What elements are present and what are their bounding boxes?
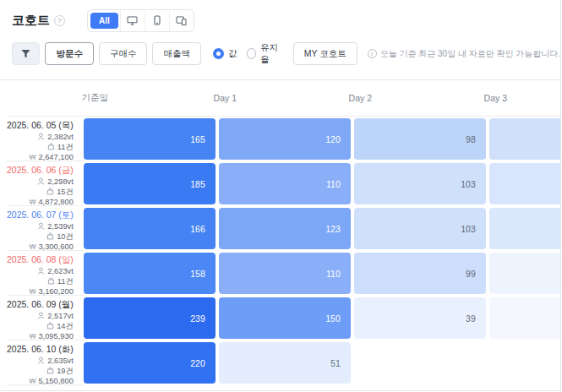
purchase-bag-icon xyxy=(47,277,55,285)
tab-mobile[interactable] xyxy=(145,10,169,31)
column-header-day1: Day 1 xyxy=(118,93,254,103)
metric-button-visits[interactable]: 방문수 xyxy=(45,42,94,65)
cohort-cell[interactable]: 165 xyxy=(84,118,216,160)
value-mode-radios: 값 유지율 xyxy=(213,42,281,66)
row-date: 2025. 06. 06 (금) xyxy=(7,165,74,177)
purchase-bag-icon xyxy=(47,143,55,150)
cohort-cell[interactable]: 150 xyxy=(219,297,351,339)
row-visits-value: 2,382vt xyxy=(47,132,74,142)
cohort-cell-clipped[interactable] xyxy=(489,297,561,339)
table-row: 2025. 06. 07 (토)2,539vt10건₩3,300,6001661… xyxy=(7,206,560,251)
purchase-bag-icon xyxy=(46,367,54,374)
row-visits: 2,623vt xyxy=(7,266,74,276)
page-title: 코호트 xyxy=(12,13,50,29)
pc-monitor-icon xyxy=(127,16,138,25)
row-purchases: 15건 xyxy=(7,187,74,197)
row-visits-value: 2,517vt xyxy=(47,311,74,321)
cohort-cell[interactable]: 110 xyxy=(219,163,351,204)
row-visits: 2,635vt xyxy=(7,356,74,366)
row-purchases: 14건 xyxy=(7,321,74,331)
help-icon[interactable]: ? xyxy=(54,15,65,26)
cohort-cell-clipped[interactable] xyxy=(489,208,561,249)
row-purchases-value: 15건 xyxy=(57,187,74,197)
radio-value-label: 값 xyxy=(228,48,237,60)
my-cohort-button[interactable]: MY 코호트 xyxy=(293,42,357,65)
row-purchases-value: 14건 xyxy=(57,321,74,331)
cohort-cell[interactable]: 39 xyxy=(354,297,486,339)
row-date: 2025. 06. 05 (목) xyxy=(7,120,74,132)
visitor-icon xyxy=(37,133,45,140)
funnel-icon xyxy=(20,49,31,59)
row-cells: 185110103 xyxy=(84,161,561,206)
column-header-day3: Day 3 xyxy=(389,93,524,103)
filter-button[interactable] xyxy=(12,42,40,65)
purchase-bag-icon xyxy=(46,188,54,195)
row-purchases: 11건 xyxy=(7,142,74,152)
cohort-cell[interactable]: 51 xyxy=(219,342,351,384)
cohort-cell[interactable] xyxy=(354,342,486,384)
table-header: 기준일 Day 1 Day 2 Day 3 xyxy=(7,80,560,117)
row-base-info: 2025. 06. 06 (금)2,298vt15건₩4,872,800 xyxy=(7,161,84,206)
cohort-cell[interactable]: 158 xyxy=(84,253,216,294)
row-date: 2025. 06. 07 (토) xyxy=(7,210,74,221)
row-base-info: 2025. 06. 08 (일)2,623vt11건₩3,160,200 xyxy=(7,251,84,296)
row-base-info: 2025. 06. 05 (목)2,382vt11건₩2,647,100 xyxy=(7,117,84,161)
row-cells: 16512098 xyxy=(84,117,561,161)
radio-retention[interactable]: 유지율 xyxy=(247,42,281,66)
row-cells: 15811099 xyxy=(84,251,561,296)
cohort-cell[interactable]: 103 xyxy=(354,208,486,249)
row-revenue: ₩5,150,800 xyxy=(7,376,74,386)
purchase-bag-icon xyxy=(46,232,54,240)
info-icon: i xyxy=(368,49,377,58)
cohort-cell-clipped[interactable] xyxy=(489,163,561,204)
column-header-base-date: 기준일 xyxy=(7,92,118,104)
cohort-cell[interactable]: 120 xyxy=(219,118,351,160)
cohort-cell[interactable]: 99 xyxy=(354,253,486,294)
device-tab-group: All xyxy=(87,9,194,32)
row-cells: 23915039 xyxy=(84,296,561,340)
visitor-icon xyxy=(37,222,45,230)
page-header: 코호트 ? All xyxy=(0,0,560,33)
row-purchases: 19건 xyxy=(7,366,74,376)
row-purchases: 11건 xyxy=(7,276,74,286)
metric-button-revenue[interactable]: 매출액 xyxy=(152,42,201,65)
cohort-cell[interactable]: 220 xyxy=(84,342,216,384)
metric-button-purchases[interactable]: 구매수 xyxy=(99,42,148,65)
row-visits-value: 2,623vt xyxy=(47,266,74,276)
row-date: 2025. 06. 10 (화) xyxy=(7,344,74,356)
cohort-cell[interactable]: 103 xyxy=(354,163,486,204)
row-base-info: 2025. 06. 07 (토)2,539vt10건₩3,300,600 xyxy=(7,206,84,251)
cohort-cell-clipped[interactable] xyxy=(489,118,561,160)
radio-retention-label: 유지율 xyxy=(260,42,281,66)
tab-all-devices[interactable]: All xyxy=(90,13,118,29)
mobile-phone-icon xyxy=(154,15,161,25)
tab-pc-mobile[interactable] xyxy=(169,10,194,31)
row-purchases-value: 19건 xyxy=(57,366,74,376)
cohort-cell[interactable]: 123 xyxy=(219,208,351,249)
row-cells: 22051 xyxy=(84,340,561,385)
cohort-cell[interactable]: 185 xyxy=(84,163,216,204)
notice: i 오늘 기준 최근 30일 내 자료만 확인 가능합니다. xyxy=(368,48,560,60)
won-currency-icon: ₩ xyxy=(29,376,35,386)
radio-value[interactable]: 값 xyxy=(213,48,237,60)
row-visits-value: 2,635vt xyxy=(47,356,74,366)
tab-pc[interactable] xyxy=(120,10,145,31)
row-purchases: 10건 xyxy=(7,231,74,242)
cohort-cell-clipped[interactable] xyxy=(489,253,561,294)
cohort-cell[interactable]: 239 xyxy=(84,297,216,339)
cohort-cell[interactable]: 98 xyxy=(354,118,486,160)
row-visits-value: 2,298vt xyxy=(47,177,74,187)
table-body: 2025. 06. 05 (목)2,382vt11건₩2,647,1001651… xyxy=(0,117,560,385)
cohort-cell[interactable]: 166 xyxy=(84,208,216,249)
table-row: 2025. 06. 09 (월)2,517vt14건₩3,095,9302391… xyxy=(7,296,560,340)
column-header-day2: Day 2 xyxy=(254,93,389,103)
row-purchases-value: 11건 xyxy=(57,276,74,286)
row-base-info: 2025. 06. 10 (화)2,635vt19건₩5,150,800 xyxy=(7,340,84,385)
row-visits: 2,517vt xyxy=(7,311,74,321)
cohort-cell[interactable]: 110 xyxy=(219,253,351,294)
row-visits-value: 2,539vt xyxy=(47,221,74,231)
toolbar: 방문수 구매수 매출액 값 유지율 MY 코호트 i 오늘 기준 최근 30일 … xyxy=(12,42,560,65)
row-revenue-value: 5,150,800 xyxy=(38,376,73,386)
cohort-cell-clipped[interactable] xyxy=(489,342,561,384)
table-row: 2025. 06. 06 (금)2,298vt15건₩4,872,8001851… xyxy=(7,161,560,206)
